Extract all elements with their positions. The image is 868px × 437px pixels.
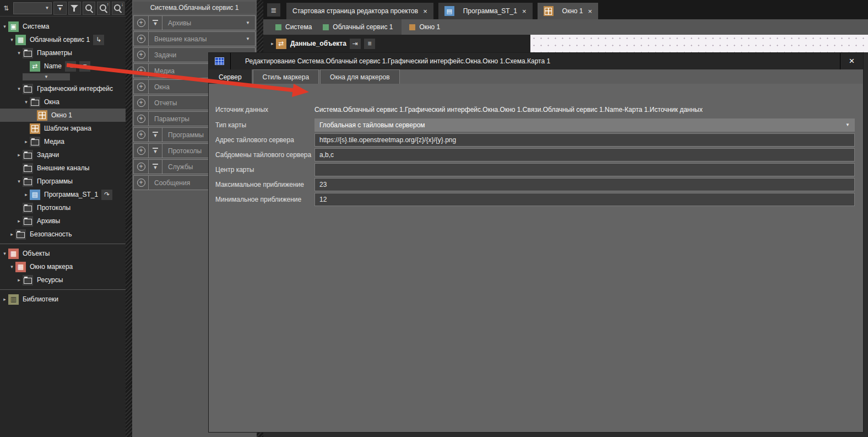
expander-closed-icon[interactable]: ▸ [1,296,8,302]
expander-closed-icon[interactable]: ▸ [15,152,23,158]
tree-item-marker-window[interactable]: ▾ ▦ Окно маркера [0,260,126,273]
chevron-down-icon: ▼ [44,75,48,79]
expander-closed-icon[interactable]: ▸ [23,192,30,197]
tree-item-program-st-1[interactable]: ▸ ▤ Программа_ST_1 ↷ [0,188,126,201]
expander-open-icon[interactable]: ▾ [8,37,15,42]
add-button[interactable]: + [134,64,149,78]
jump-badge-icon[interactable]: ↷ [101,190,112,200]
chevron-down-icon[interactable]: ▼ [241,32,255,46]
section-row-external-channels[interactable]: + Внешние каналы ▼ [133,31,256,46]
tree-item-label: Архивы [37,217,60,225]
add-button[interactable]: + [134,144,149,158]
object-data-label: Данные_объекта [290,40,346,47]
window-editor-canvas[interactable] [530,35,868,52]
dialog-tab-marker-style[interactable]: Стиль маркера [253,69,319,84]
tree-item-tasks[interactable]: ▸ Задачи [0,148,126,161]
chevron-down-icon[interactable]: ▼ [241,16,255,30]
dialog-close-button[interactable]: × [840,53,863,69]
add-button[interactable]: + [134,16,149,30]
tree-item-graphic-interface[interactable]: ▾ Графический интерфейс [0,82,126,95]
bind-badge-icon[interactable]: ⇥ [350,39,361,49]
expander-open-icon[interactable]: ▾ [15,86,23,91]
splitter[interactable] [126,0,132,437]
close-icon[interactable]: × [522,7,527,15]
search-down-button[interactable]: ↓ [112,2,124,15]
add-button[interactable]: + [134,176,149,190]
dialog-tab-marker-windows[interactable]: Окна для маркеров [320,69,399,84]
add-button[interactable]: + [134,160,149,174]
max-zoom-input[interactable] [314,178,855,191]
close-icon[interactable]: × [588,7,592,15]
add-button[interactable]: + [134,48,149,62]
min-zoom-input[interactable] [314,193,855,206]
breadcrumb-item-cloud-service[interactable]: Облачный сервис 1 [323,23,393,31]
tile-server-url-input[interactable] [314,133,855,147]
tree-search-input[interactable]: ▼ [13,2,52,14]
tree-options-icon[interactable]: ⇅ [1,2,12,15]
add-button[interactable]: + [134,128,149,142]
tree-item-archives[interactable]: ▸ Архивы [0,214,126,228]
tree-item-parameters[interactable]: ▾ Параметры [0,46,126,60]
tree-item-objects[interactable]: ▾ ▦ Объекты [0,247,126,260]
list-badge-icon[interactable]: ≡ [364,39,375,49]
tree-item-protocols[interactable]: Протоколы [0,201,126,214]
expander-closed-icon[interactable]: ▸ [15,277,23,283]
tree-item-system[interactable]: ▾ ▣ Система [0,20,126,33]
add-button[interactable]: + [134,96,149,110]
close-icon[interactable]: × [423,7,427,15]
filter-button[interactable] [68,2,81,15]
breadcrumb-item-system[interactable]: Система [275,23,312,31]
search-button[interactable] [83,2,95,15]
subdomains-input[interactable] [314,148,855,161]
screen-template-icon [30,123,40,134]
link-badge-icon[interactable]: ↳ [93,35,104,45]
bind-badge-icon[interactable]: ⇥ [65,61,76,72]
panel-list-button[interactable]: ≣ [267,3,280,17]
expander-closed-icon[interactable]: ▸ [8,231,15,237]
tree-item-window-1[interactable]: Окно 1 [0,109,126,122]
tree-item-label: Окно 1 [51,111,72,119]
section-row-archives[interactable]: + ▼ Архивы ▼ [133,15,256,30]
tree-item-security[interactable]: ▸ Безопасность [0,228,126,241]
expander-open-icon[interactable]: ▾ [23,99,30,105]
add-button[interactable]: + [134,112,149,126]
collapse-button[interactable]: ▼ [149,128,162,142]
folder-icon [23,275,33,285]
breadcrumb-item-window-1[interactable]: Окно 1 [402,23,440,31]
map-type-select[interactable]: Глобальная с тайловым сервером ▼ [314,118,855,132]
tab-window-1[interactable]: Окно 1 × [538,3,599,19]
tree-item-external-channels[interactable]: Внешние каналы [0,161,126,175]
expander-closed-icon[interactable]: ▸ [15,218,23,224]
name-parameter-dropdown[interactable]: ▼ [23,73,70,80]
add-button[interactable]: + [134,32,149,46]
tree-item-cloud-service[interactable]: ▾ ▦ Облачный сервис 1 ↳ [0,33,126,46]
expander-open-icon[interactable]: ▾ [1,24,8,29]
collapse-button[interactable]: ▼ [149,144,162,158]
tab-start-page[interactable]: Стартовая страница редактора проектов × [286,3,433,19]
expander-open-icon[interactable]: ▾ [15,179,23,184]
search-icon [85,4,94,13]
tree-item-resources[interactable]: ▸ Ресурсы [0,273,126,287]
tree-item-libraries[interactable]: ▸ ▥ Библиотеки [0,293,126,306]
expander-closed-icon[interactable]: ▸ [23,139,30,144]
expander-open-icon[interactable]: ▾ [8,264,15,269]
tree-item-programs[interactable]: ▾ Программы [0,175,126,188]
tree-item-name-parameter[interactable]: ⇄ Name ⇥ ≡ [0,60,126,73]
tree-item-windows[interactable]: ▾ Окна [0,95,126,109]
tree-item-screen-template[interactable]: Шаблон экрана [0,122,126,135]
expander-open-icon[interactable]: ▾ [1,251,8,256]
tab-program-st-1[interactable]: ▤ Программа_ST_1 × [438,3,533,19]
dialog-tab-server[interactable]: Сервер [209,69,252,84]
marker-window-icon: ▦ [15,262,26,272]
map-center-input[interactable] [314,163,855,176]
collapse-button[interactable]: ▼ [149,160,162,174]
collapse-button[interactable]: ▼ [149,16,162,30]
collapse-all-button[interactable]: ▼ [53,2,66,15]
search-up-button[interactable]: ↑ [97,2,110,15]
add-button[interactable]: + [134,80,149,94]
expander-open-icon[interactable]: ▾ [15,50,23,56]
expander-closed-icon[interactable]: ▸ [269,41,276,46]
folder-icon [23,216,33,226]
tree-item-media[interactable]: ▸ Медиа [0,135,126,148]
list-badge-icon[interactable]: ≡ [79,61,90,72]
